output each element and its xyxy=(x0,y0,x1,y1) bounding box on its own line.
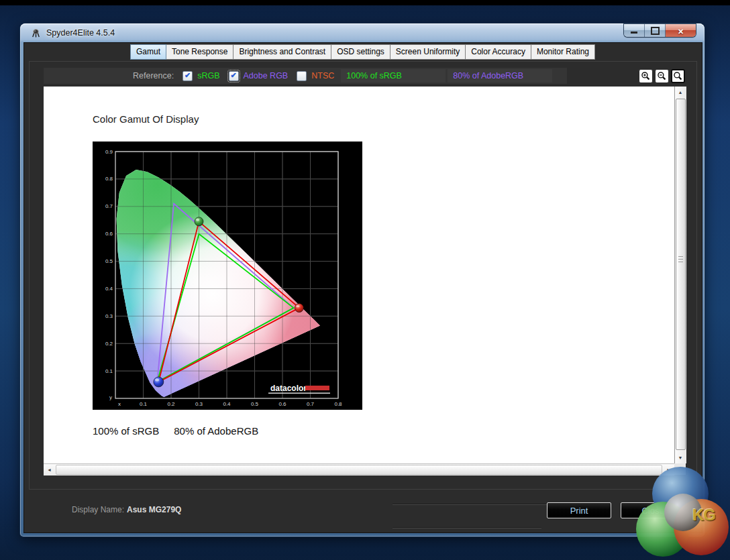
reference-option-adobe-rgb: Adobe RGB xyxy=(229,71,289,81)
gamut-result-field: 80% of AdobeRGB xyxy=(448,69,552,82)
checkbox-adobe-rgb[interactable] xyxy=(229,71,239,81)
svg-text:0.2: 0.2 xyxy=(167,401,175,407)
close-icon xyxy=(678,25,684,37)
display-name: Display Name:Asus MG279Q xyxy=(72,505,181,514)
summary-adobergb: 80% of AdobeRGB xyxy=(174,425,258,437)
app-window: Spyder4Elite 4.5.4 GamutTone ResponseBri… xyxy=(20,23,705,537)
summary-srgb: 100% of sRGB xyxy=(93,425,159,437)
svg-text:0.8: 0.8 xyxy=(105,176,113,182)
zoom-in-icon xyxy=(641,71,651,81)
svg-text:datacolor: datacolor xyxy=(270,384,307,393)
reference-results: 100% of sRGB80% of AdobeRGB xyxy=(341,69,552,82)
svg-text:0.2: 0.2 xyxy=(105,341,113,347)
tab-color-accuracy[interactable]: Color Accuracy xyxy=(465,44,531,60)
svg-text:0.7: 0.7 xyxy=(307,401,315,407)
svg-text:0.1: 0.1 xyxy=(140,401,148,407)
tab-gamut[interactable]: Gamut xyxy=(130,44,166,60)
display-name-label: Display Name: xyxy=(72,505,124,514)
desktop-top-strip xyxy=(0,0,730,5)
minimize-button[interactable] xyxy=(624,24,645,37)
vertical-scrollbar-thumb[interactable] xyxy=(676,99,686,450)
svg-text:0.3: 0.3 xyxy=(105,313,113,319)
zoom-reset-icon xyxy=(673,71,683,81)
minimize-icon xyxy=(631,32,637,34)
reference-options: sRGBAdobe RGBNTSC xyxy=(174,71,334,81)
svg-text:0.3: 0.3 xyxy=(195,401,203,407)
svg-text:0.9: 0.9 xyxy=(105,149,113,155)
window-title: Spyder4Elite 4.5.4 xyxy=(46,28,115,38)
checkbox-srgb[interactable] xyxy=(182,71,193,81)
reference-bar: Reference: sRGBAdobe RGBNTSC 100% of sRG… xyxy=(44,68,567,84)
reference-option-label: sRGB xyxy=(197,71,219,80)
close-window-button[interactable] xyxy=(666,24,696,37)
display-name-value: Asus MG279Q xyxy=(127,505,181,514)
tab-monitor-rating[interactable]: Monitor Rating xyxy=(531,44,595,60)
checkbox-ntsc[interactable] xyxy=(297,71,307,81)
zoom-out-icon xyxy=(657,71,667,81)
report-canvas: Color Gamut Of Display 0.10.20.30.40.50.… xyxy=(44,87,674,463)
kitguru-watermark: KG xyxy=(635,467,730,560)
tab-brightness-and-contrast[interactable]: Brightness and Contrast xyxy=(233,44,331,60)
zoom-toolbar xyxy=(639,69,685,83)
cie-chromaticity-chart: 0.10.20.30.40.50.60.70.80.10.20.30.40.50… xyxy=(93,142,362,410)
maximize-icon xyxy=(651,27,660,35)
spyder-app-icon xyxy=(31,28,41,38)
scrollbar-grip xyxy=(678,256,683,262)
window-body: GamutTone ResponseBrightness and Contras… xyxy=(23,42,702,533)
report-heading: Color Gamut Of Display xyxy=(93,113,199,125)
zoom-out-button[interactable] xyxy=(655,69,669,83)
reference-option-ntsc: NTSC xyxy=(297,71,334,81)
svg-text:0.5: 0.5 xyxy=(251,401,259,407)
tab-bar: GamutTone ResponseBrightness and Contras… xyxy=(24,44,702,60)
reference-option-srgb: sRGB xyxy=(182,71,219,81)
gamut-summary: 100% of sRGB 80% of AdobeRGB xyxy=(93,425,258,437)
tab-osd-settings[interactable]: OSD settings xyxy=(331,44,390,60)
window-titlebar[interactable]: Spyder4Elite 4.5.4 xyxy=(20,23,705,42)
svg-text:y: y xyxy=(109,394,112,400)
svg-text:0.5: 0.5 xyxy=(105,258,113,264)
svg-text:0.7: 0.7 xyxy=(105,203,113,209)
maximize-button[interactable] xyxy=(645,24,666,37)
horizontal-scrollbar[interactable] xyxy=(44,463,674,475)
scroll-left-icon[interactable] xyxy=(44,464,55,475)
footer-groove-line xyxy=(393,527,541,528)
vertical-scrollbar[interactable] xyxy=(674,87,686,463)
svg-text:0.6: 0.6 xyxy=(278,401,286,407)
zoom-reset-button[interactable] xyxy=(671,69,685,83)
footer-groove-line xyxy=(393,504,547,504)
gamut-result-field: 100% of sRGB xyxy=(341,69,446,82)
scroll-down-icon[interactable] xyxy=(675,452,686,463)
print-button[interactable]: Print xyxy=(547,502,611,518)
svg-text:0.6: 0.6 xyxy=(105,231,113,237)
window-controls xyxy=(624,24,696,37)
reference-label: Reference: xyxy=(133,71,174,80)
horizontal-scrollbar-thumb[interactable] xyxy=(56,465,662,475)
reference-option-label: Adobe RGB xyxy=(244,71,289,80)
reference-option-label: NTSC xyxy=(311,71,334,80)
svg-text:x: x xyxy=(118,401,121,407)
desktop: Spyder4Elite 4.5.4 GamutTone ResponseBri… xyxy=(0,0,730,560)
tab-tone-response[interactable]: Tone Response xyxy=(166,44,233,60)
kitguru-kg-text: KG xyxy=(692,506,715,524)
svg-text:0.8: 0.8 xyxy=(334,401,342,407)
tab-screen-uniformity[interactable]: Screen Uniformity xyxy=(390,44,466,60)
svg-text:0.4: 0.4 xyxy=(223,401,231,407)
svg-text:0.1: 0.1 xyxy=(105,368,113,374)
svg-text:0.4: 0.4 xyxy=(105,286,113,292)
zoom-in-button[interactable] xyxy=(639,69,653,83)
scroll-up-icon[interactable] xyxy=(675,87,686,98)
